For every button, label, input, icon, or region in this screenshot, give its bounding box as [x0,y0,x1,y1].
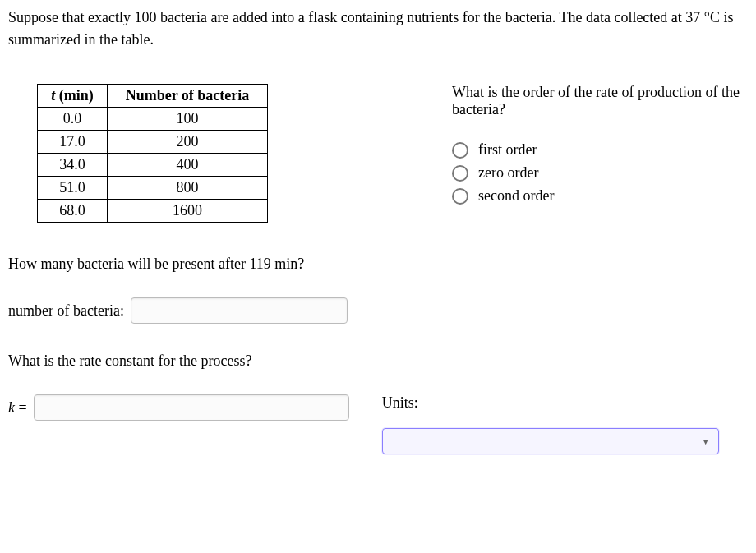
label-k: k = [8,399,27,417]
header-count: Number of bacteria [108,85,268,108]
table-row: 0.0100 [38,108,268,131]
radio-label: first order [478,141,537,159]
question-order: What is the order of the rate of product… [452,84,748,118]
radio-first-order[interactable]: first order [452,141,748,159]
units-label: Units: [382,394,719,412]
question-rate-constant: What is the rate constant for the proces… [8,353,370,370]
radio-label: zero order [478,164,538,182]
units-select[interactable]: ▼ [382,428,719,454]
radio-zero-order[interactable]: zero order [452,164,748,182]
radio-label: second order [478,187,554,205]
header-time: t (min) [38,85,108,108]
table-row: 17.0200 [38,131,268,154]
radio-icon [452,142,468,159]
table-row: 68.01600 [38,200,268,223]
radio-second-order[interactable]: second order [452,187,748,205]
rate-constant-input[interactable] [34,394,349,421]
label-bacteria-count: number of bacteria: [8,302,124,320]
chevron-down-icon: ▼ [702,437,710,446]
radio-icon [452,165,468,182]
radio-icon [452,188,468,205]
question-bacteria-count: How many bacteria will be present after … [8,256,370,273]
bacteria-count-input[interactable] [131,297,348,324]
data-table: t (min) Number of bacteria 0.0100 17.020… [37,84,268,223]
table-header-row: t (min) Number of bacteria [38,85,268,108]
table-row: 51.0800 [38,177,268,200]
order-radio-group: first order zero order second order [452,141,748,205]
intro-text: Suppose that exactly 100 bacteria are ad… [8,7,748,51]
table-row: 34.0400 [38,154,268,177]
